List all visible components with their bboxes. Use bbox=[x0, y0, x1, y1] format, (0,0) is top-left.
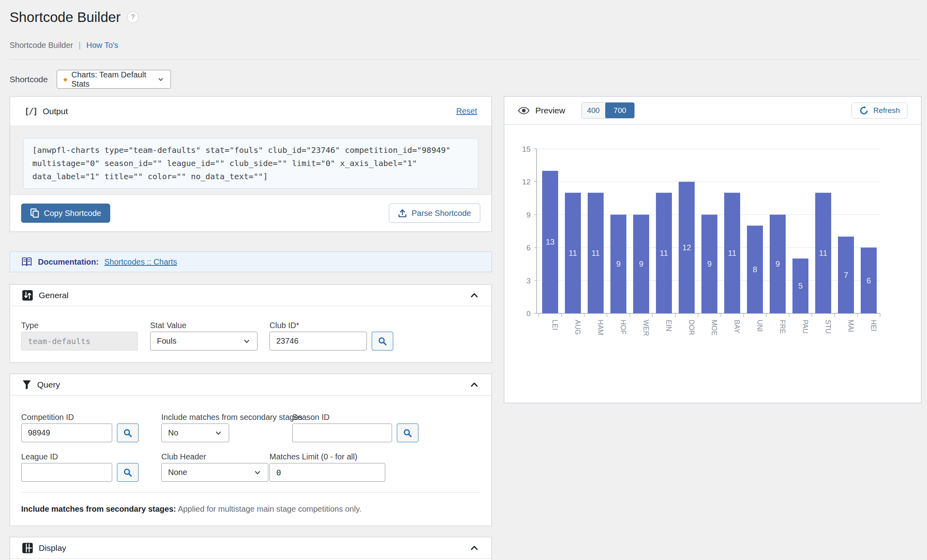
preview-panel-header: Preview 400 700 Refresh bbox=[504, 97, 921, 125]
preview-size-400-button[interactable]: 400 bbox=[582, 103, 606, 118]
svg-text:MAI: MAI bbox=[847, 320, 855, 332]
league-search-button[interactable] bbox=[117, 463, 139, 482]
query-note-text: Applied for multistage main stage compet… bbox=[176, 505, 361, 513]
documentation-link[interactable]: Shortcodes :: Charts bbox=[104, 257, 177, 267]
season-id-field[interactable] bbox=[292, 423, 392, 442]
shortcode-output-code: [anwpfl-charts type="team-defaults" stat… bbox=[23, 138, 478, 189]
chevron-down-icon bbox=[254, 469, 261, 477]
book-icon bbox=[21, 257, 32, 267]
stat-value-select[interactable]: Fouls bbox=[150, 332, 258, 350]
search-icon bbox=[378, 336, 387, 346]
competition-search-button[interactable] bbox=[117, 423, 139, 442]
chevron-down-icon bbox=[243, 337, 251, 345]
svg-text:8: 8 bbox=[753, 265, 757, 274]
svg-text:DOR: DOR bbox=[687, 320, 695, 335]
svg-text:12: 12 bbox=[522, 178, 531, 186]
query-note: Include matches from secondary stages: A… bbox=[21, 505, 480, 514]
preview-column: Preview 400 700 Refresh 0369121513LEI11A… bbox=[504, 96, 921, 403]
club-header-select[interactable]: None bbox=[161, 463, 268, 482]
svg-text:HAM: HAM bbox=[596, 320, 604, 335]
reset-link[interactable]: Reset bbox=[456, 107, 477, 116]
refresh-button[interactable]: Refresh bbox=[852, 103, 907, 119]
svg-text:BAY: BAY bbox=[733, 320, 741, 333]
refresh-label: Refresh bbox=[873, 106, 900, 115]
shortcode-select-value: Charts: Team Default Stats bbox=[71, 70, 153, 89]
help-icon: ? bbox=[131, 14, 135, 21]
output-panel-header: [/] Output Reset bbox=[10, 97, 491, 126]
preview-bar-chart: 0369121513LEI11AUG11HAM9HOF9WER11EIN12DO… bbox=[504, 125, 921, 380]
documentation-label: Documentation: bbox=[38, 257, 99, 267]
breadcrumb-current: Shortcode Builder bbox=[10, 41, 73, 50]
svg-text:3: 3 bbox=[526, 277, 531, 285]
svg-text:HOF: HOF bbox=[619, 320, 627, 334]
general-panel: General Type Stat Value Fouls bbox=[10, 284, 492, 363]
shortcode-selector-row: Shortcode ◆ Charts: Team Default Stats bbox=[10, 70, 921, 89]
collapse-caret-icon[interactable] bbox=[469, 381, 479, 389]
builder-column: [/] Output Reset [anwpfl-charts type="te… bbox=[10, 96, 492, 560]
parse-shortcode-label: Parse Shortcode bbox=[412, 209, 471, 218]
svg-text:13: 13 bbox=[546, 237, 555, 246]
collapse-caret-icon[interactable] bbox=[469, 544, 479, 552]
svg-text:11: 11 bbox=[592, 249, 600, 257]
query-panel-title: Query bbox=[37, 380, 60, 390]
search-icon bbox=[123, 428, 133, 438]
multistage-select[interactable]: No bbox=[161, 423, 229, 442]
svg-text:6: 6 bbox=[526, 243, 531, 252]
page-header: Shortcode Builder ? bbox=[10, 6, 921, 26]
stat-value-label: Stat Value bbox=[150, 321, 258, 330]
search-icon bbox=[403, 428, 412, 438]
general-panel-body: Type Stat Value Fouls Club ID* bbox=[10, 306, 491, 362]
svg-text:11: 11 bbox=[660, 249, 668, 257]
svg-text:LEI: LEI bbox=[551, 320, 559, 330]
parse-shortcode-button[interactable]: Parse Shortcode bbox=[389, 204, 480, 223]
shortcode-type-select[interactable]: ◆ Charts: Team Default Stats bbox=[57, 70, 171, 89]
matches-limit-label: Matches Limit (0 - for all) bbox=[269, 452, 385, 461]
copy-shortcode-button[interactable]: Copy Shortcode bbox=[21, 204, 110, 223]
copy-shortcode-label: Copy Shortcode bbox=[44, 209, 101, 218]
eye-icon bbox=[518, 106, 530, 115]
svg-text:AUG: AUG bbox=[574, 320, 582, 335]
svg-text:9: 9 bbox=[639, 259, 643, 268]
svg-text:15: 15 bbox=[522, 145, 531, 153]
svg-text:6: 6 bbox=[866, 276, 871, 285]
league-id-label: League ID bbox=[21, 452, 139, 461]
club-header-label: Club Header bbox=[161, 452, 268, 461]
preview-panel-title: Preview bbox=[535, 106, 565, 115]
output-panel-body: [anwpfl-charts type="team-defaults" stat… bbox=[10, 126, 491, 194]
svg-text:12: 12 bbox=[682, 243, 691, 252]
help-button[interactable]: ? bbox=[127, 12, 139, 23]
competition-id-label: Competition ID bbox=[21, 412, 139, 422]
collapse-caret-icon[interactable] bbox=[469, 291, 479, 299]
svg-text:9: 9 bbox=[775, 259, 780, 268]
shortcode-brackets-icon: [/] bbox=[24, 107, 37, 116]
league-id-field[interactable] bbox=[21, 463, 112, 482]
svg-text:9: 9 bbox=[526, 211, 531, 219]
matches-limit-field[interactable] bbox=[269, 463, 385, 482]
preview-size-700-button[interactable]: 700 bbox=[605, 102, 635, 119]
query-panel-header: Query bbox=[10, 374, 491, 396]
svg-text:PAU: PAU bbox=[801, 320, 809, 334]
season-id-label: Season ID bbox=[292, 412, 418, 422]
club-header-selected: None bbox=[168, 468, 187, 477]
club-id-field[interactable] bbox=[269, 332, 367, 350]
query-note-divider bbox=[21, 492, 480, 493]
season-search-button[interactable] bbox=[397, 423, 418, 442]
svg-text:11: 11 bbox=[819, 249, 828, 257]
multistage-label: Include matches from secondary stages bbox=[161, 412, 303, 422]
preview-size-toggle: 400 700 bbox=[581, 102, 635, 119]
general-panel-header: General bbox=[10, 285, 491, 306]
filter-funnel-icon bbox=[22, 380, 32, 390]
competition-id-field[interactable] bbox=[21, 423, 112, 442]
upload-icon bbox=[398, 209, 407, 218]
refresh-icon bbox=[859, 106, 869, 115]
breadcrumb-howtos-link[interactable]: How To's bbox=[86, 41, 118, 50]
svg-text:UNI: UNI bbox=[756, 320, 764, 332]
shortcode-selector-label: Shortcode bbox=[10, 75, 48, 84]
svg-text:11: 11 bbox=[569, 249, 577, 257]
query-panel-body: Competition ID Include matches from seco… bbox=[10, 396, 491, 526]
svg-text:11: 11 bbox=[728, 249, 737, 257]
documentation-bar: Documentation: Shortcodes :: Charts bbox=[10, 251, 492, 272]
layout-columns-icon bbox=[22, 542, 33, 554]
club-search-button[interactable] bbox=[372, 332, 393, 350]
type-field bbox=[21, 332, 138, 350]
